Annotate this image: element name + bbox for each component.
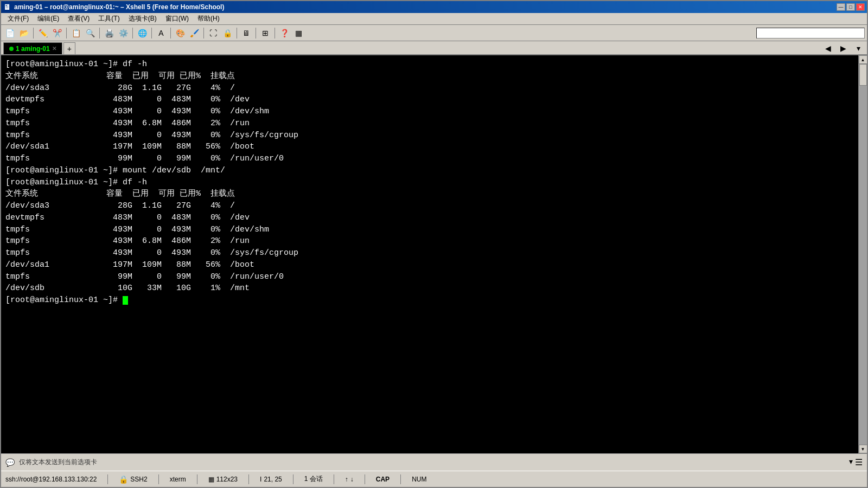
terminal-line: tmpfs 493M 0 493M 0% /sys/fs/cgroup <box>5 130 856 142</box>
app-icon: 🖥 <box>3 3 11 11</box>
input-bar-icon: 💬 <box>5 458 15 467</box>
toolbar-sep4 <box>132 28 133 38</box>
toolbar-edit[interactable]: ✏️ <box>36 27 49 39</box>
status-terminal-type: xterm <box>170 476 186 483</box>
toolbar-print[interactable]: 🖨️ <box>103 27 116 39</box>
title-text: 🖥 aming-01 – root@aminglinux-01:~ – Xshe… <box>3 3 224 11</box>
toolbar-edit2[interactable]: ✂️ <box>50 27 63 39</box>
protocol-label: SSH2 <box>130 476 147 483</box>
input-bar-dropdown[interactable]: ▾ <box>849 457 853 467</box>
menu-tabs[interactable]: 选项卡(B) <box>124 13 161 24</box>
toolbar-lock[interactable]: 🔒 <box>221 27 234 39</box>
toolbar-font[interactable]: A <box>155 27 168 39</box>
terminal-line: devtmpfs 483M 0 483M 0% /dev <box>5 94 856 106</box>
terminal-line: [root@aminglinux-01 ~]# <box>5 294 856 306</box>
menu-file[interactable]: 文件(F) <box>3 13 33 24</box>
toolbar-sep9 <box>256 28 256 38</box>
terminal-container[interactable]: [root@aminglinux-01 ~]# df -h文件系统 容量 已用 … <box>1 55 867 453</box>
minimize-button[interactable]: — <box>837 3 845 11</box>
menu-help[interactable]: 帮助(H) <box>193 13 224 24</box>
toolbar-print2[interactable]: ⚙️ <box>117 27 130 39</box>
toolbar-sep10 <box>275 28 275 38</box>
tab-status-dot <box>9 47 14 51</box>
terminal-line: 文件系统 容量 已用 可用 已用% 挂载点 <box>5 70 856 82</box>
cursor-icon: I <box>260 476 261 483</box>
scroll-thumb[interactable] <box>859 64 867 86</box>
window-title: aming-01 – root@aminglinux-01:~ – Xshell… <box>14 3 224 11</box>
toolbar-sep5 <box>151 28 152 38</box>
status-sep1 <box>107 474 108 484</box>
title-controls: — □ ✕ <box>837 3 865 11</box>
tab-close-button[interactable]: ✕ <box>52 46 56 52</box>
status-bar: ssh://root@192.168.133.130:22 🔒 SSH2 xte… <box>1 471 867 487</box>
menu-window[interactable]: 窗口(W) <box>161 13 193 24</box>
status-arrows: ↑ ↓ <box>345 476 354 483</box>
toolbar-extra[interactable]: ▦ <box>292 27 305 39</box>
terminal-line: /dev/sda3 28G 1.1G 27G 4% / <box>5 200 856 212</box>
terminal-line: tmpfs 99M 0 99M 0% /run/user/0 <box>5 153 856 165</box>
status-sep3 <box>197 474 197 484</box>
terminal-type-label: xterm <box>170 476 186 483</box>
menu-view[interactable]: 查看(V) <box>63 13 94 24</box>
main-area: [root@aminglinux-01 ~]# df -h文件系统 容量 已用 … <box>1 55 867 453</box>
ssh-info: ssh://root@192.168.133.130:22 <box>5 476 97 483</box>
title-bar: 🖥 aming-01 – root@aminglinux-01:~ – Xshe… <box>1 1 867 13</box>
terminal-line: tmpfs 493M 6.8M 486M 2% /run <box>5 118 856 130</box>
cursor-label: 21, 25 <box>264 476 282 483</box>
status-sep7 <box>365 474 365 484</box>
toolbar-sep7 <box>203 28 204 38</box>
toolbar: 📄 📂 ✏️ ✂️ 📋 🔍 🖨️ ⚙️ 🌐 A 🎨 🖌️ ⛶ 🔒 🖥 ⊞ ❓ ▦ <box>1 25 867 41</box>
up-arrow-icon: ↑ <box>345 476 348 483</box>
toolbar-split[interactable]: ⊞ <box>259 27 272 39</box>
toolbar-fullscreen[interactable]: ⛶ <box>207 27 220 39</box>
status-sep4 <box>248 474 249 484</box>
toolbar-sep2 <box>66 28 67 38</box>
toolbar-sep8 <box>237 28 237 38</box>
tab-label: 1 aming-01 <box>16 45 50 53</box>
input-bar-menu-button[interactable]: ☰ <box>855 457 863 467</box>
status-sep2 <box>158 474 159 484</box>
status-cursor: I 21, 25 <box>260 476 282 483</box>
close-button[interactable]: ✕ <box>856 3 865 11</box>
toolbar-search[interactable]: 🔍 <box>84 27 97 39</box>
menu-tools[interactable]: 工具(T) <box>94 13 124 24</box>
terminal-line: 文件系统 容量 已用 可用 已用% 挂载点 <box>5 188 856 200</box>
terminal-line: /dev/sdb 10G 33M 10G 1% /mnt <box>5 282 856 294</box>
toolbar-sep1 <box>33 28 34 38</box>
terminal-line: /dev/sda1 197M 109M 88M 56% /boot <box>5 259 856 271</box>
terminal-line: [root@aminglinux-01 ~]# df -h <box>5 59 856 70</box>
menu-edit[interactable]: 编辑(E) <box>33 13 63 24</box>
maximize-button[interactable]: □ <box>846 3 855 11</box>
toolbar-search-input[interactable] <box>756 28 865 38</box>
toolbar-session[interactable]: 🖥 <box>240 27 253 39</box>
scrollbar[interactable]: ▲ ▼ <box>858 55 867 453</box>
terminal-line: [root@aminglinux-01 ~]# mount /dev/sdb /… <box>5 165 856 177</box>
status-session: 1 会话 <box>304 474 323 484</box>
toolbar-sep3 <box>99 28 100 38</box>
tab-aming01[interactable]: 1 aming-01 ✕ <box>3 42 62 54</box>
scroll-up-button[interactable]: ▲ <box>859 55 867 64</box>
tab-add-button[interactable]: + <box>63 42 75 54</box>
toolbar-color[interactable]: 🎨 <box>174 27 187 39</box>
tab-nav-more[interactable]: ▾ <box>852 42 865 54</box>
toolbar-globe[interactable]: 🌐 <box>136 27 149 39</box>
menu-bar: 文件(F) 编辑(E) 查看(V) 工具(T) 选项卡(B) 窗口(W) 帮助(… <box>1 13 867 25</box>
tab-bar: 1 aming-01 ✕ + ◀ ▶ ▾ <box>1 41 867 55</box>
status-sep6 <box>334 474 334 484</box>
toolbar-theme[interactable]: 🖌️ <box>188 27 201 39</box>
tab-nav-left[interactable]: ◀ <box>821 42 834 54</box>
terminal-cursor <box>123 296 128 305</box>
cap-label: CAP <box>376 476 390 483</box>
num-label: NUM <box>412 476 426 483</box>
terminal[interactable]: [root@aminglinux-01 ~]# df -h文件系统 容量 已用 … <box>1 55 867 453</box>
tab-nav-right[interactable]: ▶ <box>837 42 850 54</box>
status-num: NUM <box>412 476 426 483</box>
toolbar-copy[interactable]: 📋 <box>69 27 82 39</box>
terminal-line: tmpfs 493M 6.8M 486M 2% /run <box>5 235 856 247</box>
scroll-down-button[interactable]: ▼ <box>859 445 867 453</box>
toolbar-open[interactable]: 📂 <box>17 27 30 39</box>
toolbar-new[interactable]: 📄 <box>3 27 16 39</box>
terminal-line: [root@aminglinux-01 ~]# df -h <box>5 177 856 189</box>
toolbar-help[interactable]: ❓ <box>278 27 291 39</box>
size-label: 112x23 <box>216 476 238 483</box>
